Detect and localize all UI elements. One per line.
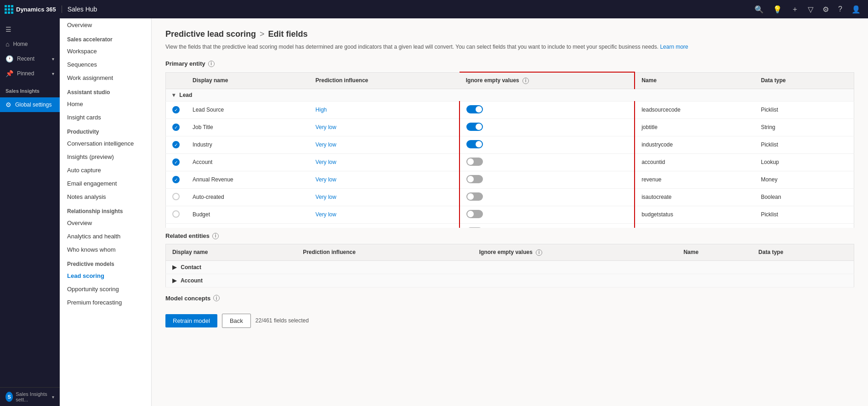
sidebar-item-recent[interactable]: 🕐 Recent ▾: [0, 51, 60, 66]
toggle-3[interactable]: [466, 140, 483, 148]
lightbulb-icon[interactable]: 💡: [770, 5, 785, 14]
toggle-1[interactable]: [466, 105, 483, 113]
app-logo: Dynamics 365: [5, 5, 56, 14]
row-check-7[interactable]: [172, 210, 180, 218]
toggle-5[interactable]: [466, 175, 483, 183]
sidebar-item-pinned[interactable]: 📌 Pinned ▾: [0, 66, 60, 81]
page-description: View the fields that the predictive lead…: [165, 43, 854, 51]
toggle-8[interactable]: [466, 227, 483, 228]
prediction-link-6[interactable]: Very low: [316, 194, 336, 200]
row-check-1[interactable]: ✓: [172, 106, 180, 113]
lead-expand-icon[interactable]: ▾: [172, 92, 175, 98]
sidebar-item-global-settings[interactable]: ⚙ Global settings: [0, 97, 60, 112]
name-3: industrycode: [635, 136, 755, 153]
dynamics-grid-icon: [5, 5, 13, 14]
related-entities-info-icon[interactable]: i: [212, 233, 219, 239]
ignore-empty-cell-3: [460, 136, 635, 153]
nav-item-work-assignment[interactable]: Work assignment: [60, 71, 151, 85]
row-check-6[interactable]: [172, 193, 180, 200]
prediction-link-2[interactable]: Very low: [316, 124, 336, 130]
data-type-2: String: [755, 118, 841, 136]
related-entities-title: Related entities i: [165, 232, 854, 239]
toggle-6[interactable]: [466, 192, 483, 201]
primary-entity-info-icon[interactable]: i: [208, 61, 215, 67]
row-check-5[interactable]: ✓: [172, 176, 180, 183]
nav-item-opportunity-scoring[interactable]: Opportunity scoring: [60, 282, 151, 296]
nav-item-analytics-health[interactable]: Analytics and health: [60, 230, 151, 243]
nav-item-overview-ri[interactable]: Overview: [60, 216, 151, 230]
data-type-6: Boolean: [755, 188, 841, 206]
nav-item-insight-cards[interactable]: Insight cards: [60, 111, 151, 124]
prediction-link-5[interactable]: Very low: [316, 176, 336, 183]
name-5: revenue: [635, 171, 755, 188]
nav-item-home-as[interactable]: Home: [60, 97, 151, 111]
breadcrumb-parent: Predictive lead scoring: [165, 29, 256, 39]
row-check-2[interactable]: ✓: [172, 124, 180, 131]
prediction-link-3[interactable]: Very low: [316, 141, 336, 148]
plus-icon[interactable]: ＋: [789, 5, 801, 14]
search-icon[interactable]: 🔍: [752, 5, 766, 14]
footer-bar: Retrain model Back 22/461 fields selecte…: [165, 306, 854, 328]
display-name-3: Industry: [186, 136, 309, 153]
display-name-6: Auto-created: [186, 188, 309, 206]
model-concepts-section: Model concepts i: [165, 295, 854, 302]
table-row: ✓ Industry Very low industrycode Picklis…: [166, 136, 854, 153]
model-concepts-title: Model concepts i: [165, 295, 854, 302]
help-icon[interactable]: ?: [835, 5, 845, 13]
contact-group-row: ▶ Contact: [166, 260, 854, 274]
sidebar-global-settings-label: Global settings: [15, 102, 51, 108]
account-expand-icon[interactable]: ▶: [172, 277, 176, 284]
display-name-1: Lead Source: [186, 101, 309, 118]
col-name: Name: [635, 72, 755, 89]
ignore-empty-cell-4: [460, 153, 635, 171]
sidebar-section-label: Sales Insights: [0, 85, 60, 97]
name-1: leadsourcecode: [635, 101, 755, 118]
nav-item-sequences[interactable]: Sequences: [60, 58, 151, 71]
data-type-4: Lookup: [755, 153, 841, 171]
toggle-4[interactable]: [466, 158, 483, 166]
nav-item-workspace[interactable]: Workspace: [60, 45, 151, 58]
app-name: Dynamics 365: [16, 6, 56, 13]
row-check-4[interactable]: ✓: [172, 158, 180, 166]
nav-item-lead-scoring[interactable]: Lead scoring: [60, 269, 151, 282]
nav-item-insights-preview[interactable]: Insights (preview): [60, 150, 151, 164]
ignore-empty-info-icon[interactable]: i: [522, 78, 529, 84]
back-button[interactable]: Back: [222, 314, 251, 328]
retrain-model-button[interactable]: Retrain model: [165, 314, 217, 327]
display-name-8: Budget Amount: [186, 223, 309, 228]
model-concepts-info-icon[interactable]: i: [213, 295, 220, 301]
learn-more-link[interactable]: Learn more: [660, 44, 688, 50]
contact-expand-icon[interactable]: ▶: [172, 264, 176, 271]
col-scrollbar-spacer: [841, 72, 854, 89]
primary-entity-table: Display name Prediction influence Ignore…: [165, 72, 854, 228]
nav-item-email-engagement[interactable]: Email engagement: [60, 177, 151, 190]
row-check-8[interactable]: [172, 228, 180, 228]
nav-item-overview[interactable]: Overview: [60, 18, 151, 32]
sidebar-item-home[interactable]: ⌂ Home: [0, 37, 60, 51]
sidebar-bottom[interactable]: S Sales Insights sett... ▾: [0, 387, 60, 406]
user-icon[interactable]: 👤: [849, 5, 863, 14]
toggle-7[interactable]: [466, 210, 483, 218]
rel-col-display-name: Display name: [166, 244, 297, 261]
nav-item-premium-forecasting[interactable]: Premium forecasting: [60, 296, 151, 309]
account-group-row: ▶ Account: [166, 274, 854, 287]
nav-item-conversation-intelligence[interactable]: Conversation intelligence: [60, 137, 151, 150]
nav-group-assistant-studio: Assistant studio: [60, 85, 151, 97]
nav-item-who-knows-whom[interactable]: Who knows whom: [60, 243, 151, 256]
sidebar-hamburger[interactable]: ☰: [0, 22, 60, 37]
pinned-icon: 📌: [6, 70, 13, 77]
data-type-7: Picklist: [755, 206, 841, 223]
prediction-link-4[interactable]: Very low: [316, 159, 336, 165]
rel-ignore-empty-info-icon[interactable]: i: [536, 249, 542, 256]
toggle-2[interactable]: [466, 123, 483, 131]
settings-icon[interactable]: ⚙: [820, 5, 832, 14]
prediction-link-7[interactable]: Very low: [316, 211, 336, 218]
rel-col-ignore-empty: Ignore empty values i: [473, 244, 677, 261]
prediction-link-1[interactable]: High: [316, 107, 327, 113]
nav-item-notes-analysis[interactable]: Notes analysis: [60, 190, 151, 203]
nav-item-auto-capture[interactable]: Auto capture: [60, 164, 151, 177]
row-check-3[interactable]: ✓: [172, 141, 180, 148]
data-type-3: Picklist: [755, 136, 841, 153]
primary-entity-table-wrapper[interactable]: Display name Prediction influence Ignore…: [165, 72, 854, 228]
filter-icon[interactable]: ▽: [805, 5, 816, 14]
